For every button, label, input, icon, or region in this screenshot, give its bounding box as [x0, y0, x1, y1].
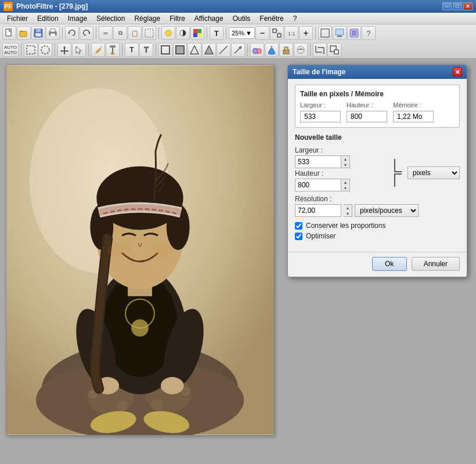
annuler-button[interactable]: Annuler: [412, 257, 460, 271]
window-close-button[interactable]: ✕: [463, 2, 473, 10]
save-button[interactable]: [31, 26, 45, 40]
line-tool[interactable]: [217, 43, 230, 57]
select-ellipse-tool[interactable]: [38, 43, 52, 57]
menu-image[interactable]: Image: [63, 13, 92, 24]
resolution-group: Résolution : ▲ ▼ pixels/pouces pixels/cm: [295, 195, 460, 217]
menu-selection[interactable]: Sélection: [92, 13, 129, 24]
menu-help[interactable]: ?: [289, 13, 302, 24]
proportions-row: Conserver les proportions: [295, 222, 460, 230]
text-button[interactable]: T: [210, 26, 223, 40]
largeur-down-button[interactable]: ▼: [341, 162, 349, 168]
image-size-dialog: Taille de l'image ✕ Taille en pixels / M…: [287, 64, 467, 277]
new-button[interactable]: [2, 26, 16, 40]
menu-fichier[interactable]: Fichier: [2, 13, 33, 24]
info-button[interactable]: [333, 26, 347, 40]
svg-marker-9: [68, 31, 70, 34]
menu-fenetre[interactable]: Fenêtre: [255, 13, 288, 24]
resolution-label: Résolution :: [295, 195, 460, 203]
triangle-tool[interactable]: [187, 43, 201, 57]
maximize-button[interactable]: □: [453, 2, 462, 10]
svg-line-41: [219, 46, 228, 54]
largeur-label: Largeur :: [300, 102, 341, 108]
largeur-up-button[interactable]: ▲: [341, 156, 349, 162]
zoom-100-button[interactable]: 1:1: [284, 26, 298, 40]
fullscreen-button[interactable]: [318, 26, 332, 40]
toolbar-row-2: AUTOAUTO T T: [0, 42, 476, 58]
svg-rect-5: [35, 33, 41, 37]
svg-rect-11: [145, 29, 153, 37]
dialog-title: Taille de l'image: [293, 68, 345, 76]
cursor-tool[interactable]: [72, 43, 86, 57]
new-hauteur-input[interactable]: [295, 179, 341, 191]
svg-rect-8: [51, 34, 55, 37]
proportions-checkbox[interactable]: [295, 222, 302, 230]
sep-t7: [310, 44, 311, 56]
effect-button[interactable]: [190, 26, 204, 40]
rect-draw-tool[interactable]: [158, 43, 172, 57]
resolution-input[interactable]: [295, 204, 341, 217]
redo-button[interactable]: [80, 26, 93, 40]
smudge-tool[interactable]: [294, 43, 308, 57]
menu-outils[interactable]: Outils: [228, 13, 255, 24]
menu-affichage[interactable]: Affichage: [190, 13, 228, 24]
paste-button[interactable]: 📋: [128, 26, 142, 40]
sep-t3: [88, 44, 89, 56]
hauteur-down-button[interactable]: ▼: [341, 185, 349, 191]
contrast-button[interactable]: [176, 26, 190, 40]
resolution-up-button[interactable]: ▲: [344, 205, 352, 211]
text-outline-tool[interactable]: T: [139, 43, 153, 57]
optimiser-checkbox[interactable]: [295, 233, 302, 240]
svg-rect-34: [110, 45, 116, 48]
menu-filtre[interactable]: Filtre: [165, 13, 190, 24]
photo-image: [6, 65, 273, 435]
zoom-in-button[interactable]: +: [299, 26, 313, 40]
bucket-tool[interactable]: [265, 43, 279, 57]
crop-tool[interactable]: [313, 43, 327, 57]
auto-tool-1[interactable]: AUTOAUTO: [2, 43, 19, 57]
brightness-button[interactable]: [161, 26, 175, 40]
cut-button[interactable]: ✂: [99, 26, 113, 40]
menu-edition[interactable]: Edition: [33, 13, 63, 24]
sep-t4: [122, 44, 122, 56]
minimize-button[interactable]: ─: [442, 2, 452, 10]
new-largeur-input[interactable]: [295, 155, 341, 168]
resolution-unit-select[interactable]: pixels/pouces pixels/cm: [355, 204, 419, 217]
svg-rect-23: [321, 29, 329, 37]
text-tool[interactable]: T: [125, 43, 139, 57]
rect-filled-tool[interactable]: [173, 43, 187, 57]
pencil-tool[interactable]: [91, 43, 105, 57]
zoom-out-button[interactable]: −: [255, 26, 269, 40]
help-button[interactable]: ?: [362, 26, 376, 40]
largeur-spinner: ▲ ▼: [341, 155, 350, 168]
undo-button[interactable]: [65, 26, 79, 40]
dialog-close-button[interactable]: ✕: [453, 67, 462, 77]
settings-button[interactable]: [347, 26, 361, 40]
copy-button[interactable]: ⧉: [113, 26, 127, 40]
hauteur-up-button[interactable]: ▲: [341, 179, 349, 185]
ok-button[interactable]: Ok: [372, 257, 407, 271]
pm-labels-row: Largeur : Hauteur : Mémoire :: [300, 102, 455, 108]
stamp-tool[interactable]: [279, 43, 293, 57]
print-button[interactable]: [46, 26, 60, 40]
zoom-fit-button[interactable]: [270, 26, 284, 40]
pm-values-row: 533 800 1,22 Mo: [300, 111, 455, 122]
menu-reglage[interactable]: Réglage: [129, 13, 165, 24]
memoire-value: 1,22 Mo: [393, 111, 434, 122]
optimiser-label: Optimiser: [306, 232, 336, 240]
arrow-tool[interactable]: [231, 43, 245, 57]
triangle-filled-tool[interactable]: [202, 43, 216, 57]
move-tool[interactable]: [57, 43, 71, 57]
open-button[interactable]: [17, 26, 31, 40]
pixels-section-title: Taille en pixels / Mémoire: [300, 90, 455, 98]
select-rect-tool[interactable]: [24, 43, 38, 57]
svg-marker-10: [88, 31, 91, 34]
app-icon: PF: [3, 2, 13, 11]
resolution-down-button[interactable]: ▼: [344, 211, 352, 216]
rubber-tool[interactable]: [250, 43, 264, 57]
resize-tool[interactable]: [327, 43, 341, 57]
brush-tool[interactable]: [106, 43, 120, 57]
select-all-button[interactable]: [142, 26, 156, 40]
svg-rect-38: [176, 46, 184, 54]
zoom-dropdown-arrow[interactable]: ▼: [246, 30, 252, 37]
unit-select[interactable]: pixels cm mm pouces %: [408, 166, 460, 179]
